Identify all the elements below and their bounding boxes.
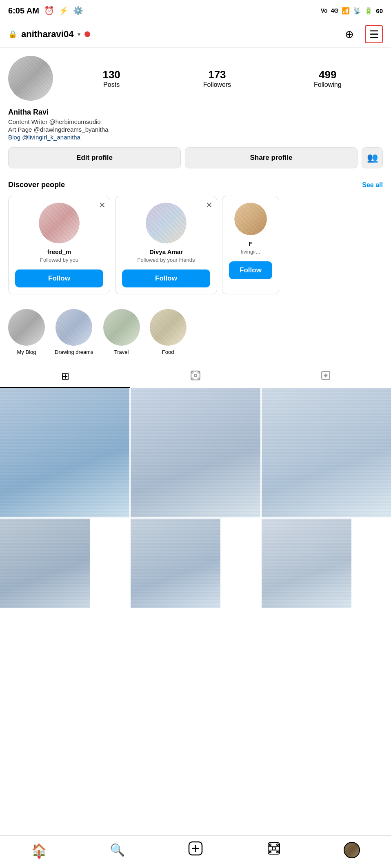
card-sub-1: Followed by you [40, 257, 78, 264]
discover-header: Discover people See all [8, 181, 383, 189]
avatar-image [8, 56, 53, 101]
discover-title: Discover people [8, 181, 65, 189]
grid-icon: ⊞ [61, 371, 69, 382]
battery-icon: 🔋 [364, 7, 373, 15]
share-profile-button[interactable]: Share profile [185, 147, 358, 168]
card-name-3[interactable]: F [249, 240, 252, 247]
battery-level: 60 [376, 7, 383, 14]
highlight-2[interactable]: Drawing dreams [55, 309, 93, 355]
discover-section: Discover people See all ✕ freed_m Follow… [0, 181, 391, 303]
followers-stat[interactable]: 173 Followers [203, 68, 231, 88]
card-avatar-2 [146, 203, 187, 243]
highlight-label-1: My Blog [17, 349, 36, 355]
post-item-4[interactable] [0, 519, 90, 608]
highlight-4[interactable]: Food [150, 309, 187, 355]
add-nav-icon [188, 841, 203, 859]
avatar[interactable] [8, 56, 53, 101]
svg-point-12 [272, 847, 275, 850]
card-sub-2: Followed by your friends [138, 257, 195, 264]
card-sub-3: livingir... [241, 249, 260, 256]
add-icon: ⊕ [345, 28, 354, 41]
bio-line-2: Art Page @drawingdreams_byanitha [8, 126, 383, 133]
menu-button[interactable]: ☰ [365, 25, 383, 43]
status-right-icons: Vo 4G 📶 📡 🔋 60 [321, 7, 383, 15]
discover-card-3: F livingir... Follow [222, 196, 279, 294]
close-card-1-button[interactable]: ✕ [99, 200, 106, 210]
status-bar: 6:05 AM ⏰ ⚡ ⚙️ Vo 4G 📶 📡 🔋 60 [0, 0, 391, 21]
follow-button-3[interactable]: Follow [229, 261, 272, 279]
reels-nav-icon [267, 842, 280, 858]
reels-nav-button[interactable] [262, 840, 286, 860]
edit-profile-button[interactable]: Edit profile [8, 147, 181, 168]
highlight-3[interactable]: Travel [103, 309, 140, 355]
svg-point-2 [192, 372, 193, 373]
post-item-6[interactable] [262, 519, 351, 608]
content-tabs: ⊞ [0, 366, 391, 388]
profile-nav-button[interactable] [340, 840, 364, 860]
post-item-1[interactable] [0, 388, 129, 517]
add-friend-button[interactable]: 👥 [362, 147, 383, 168]
following-stat[interactable]: 499 Following [314, 68, 342, 88]
bio-line-3[interactable]: Blog @livingirl_k_ananitha [8, 134, 383, 141]
username-text[interactable]: anitharavi04 [21, 29, 73, 40]
profile-info-row: 130 Posts 173 Followers 499 Following [8, 56, 383, 101]
nav-left: 🔒 anitharavi04 ▾ [8, 29, 90, 40]
posts-stat[interactable]: 130 Posts [102, 68, 120, 88]
followers-count: 173 [208, 68, 226, 81]
card-name-2[interactable]: Divya Amar [149, 248, 183, 255]
network-icon: 4G [331, 7, 339, 14]
status-time-area: 6:05 AM ⏰ ⚡ ⚙️ [8, 6, 83, 15]
card-name-1[interactable]: freed_m [47, 248, 71, 255]
signal-icon: 📶 [342, 7, 350, 15]
svg-point-3 [198, 372, 199, 373]
post-item-3[interactable] [262, 388, 391, 517]
wifi-icon: 📡 [353, 7, 361, 15]
svg-point-5 [198, 378, 199, 379]
tab-reels[interactable] [130, 366, 260, 388]
add-friend-icon: 👥 [367, 152, 378, 163]
tab-tagged[interactable] [261, 366, 391, 388]
home-nav-button[interactable]: 🏠 [27, 840, 51, 860]
highlight-1[interactable]: My Blog [8, 309, 45, 355]
highlight-label-2: Drawing dreams [55, 349, 93, 355]
tagged-icon [320, 370, 331, 383]
following-label: Following [314, 81, 342, 88]
highlight-avatar-3 [103, 309, 140, 346]
bio-line-1: Content Writer @herbimeumsudio [8, 118, 383, 125]
alarm-icon: ⏰ [44, 6, 54, 15]
reels-icon [190, 370, 201, 383]
follow-button-2[interactable]: Follow [122, 269, 210, 287]
close-card-2-button[interactable]: ✕ [206, 200, 213, 210]
home-icon: 🏠 [31, 843, 47, 857]
svg-point-16 [277, 851, 278, 853]
hamburger-icon: ☰ [369, 28, 379, 41]
post-item-2[interactable] [131, 388, 260, 517]
profile-stats: 130 Posts 173 Followers 499 Following [61, 68, 383, 88]
svg-point-14 [277, 844, 278, 846]
home-notification-dot [38, 856, 40, 859]
post-item-5[interactable] [131, 519, 220, 608]
follow-button-1[interactable]: Follow [15, 269, 103, 287]
following-count: 499 [319, 68, 336, 81]
see-all-link[interactable]: See all [362, 181, 383, 189]
svg-point-13 [269, 844, 271, 846]
add-nav-button[interactable] [183, 840, 208, 860]
posts-grid [0, 388, 391, 608]
highlight-avatar-2 [56, 309, 92, 346]
followers-label: Followers [203, 81, 231, 88]
tab-grid[interactable]: ⊞ [0, 366, 130, 388]
card-avatar-3 [234, 203, 267, 235]
add-post-button[interactable]: ⊕ [340, 25, 358, 43]
highlights-section: My Blog Drawing dreams Travel Food [0, 303, 391, 362]
activity-icon: ⚡ [59, 6, 68, 15]
chevron-down-icon[interactable]: ▾ [78, 31, 80, 38]
svg-point-4 [192, 378, 193, 379]
nav-right: ⊕ ☰ [340, 25, 383, 43]
lock-icon: 🔒 [8, 30, 17, 39]
settings-icon: ⚙️ [73, 6, 83, 15]
discover-card-2: ✕ Divya Amar Followed by your friends Fo… [115, 196, 217, 294]
top-nav: 🔒 anitharavi04 ▾ ⊕ ☰ [0, 21, 391, 48]
bio-section: Anitha Ravi Content Writer @herbimeumsud… [8, 108, 383, 141]
search-nav-button[interactable]: 🔍 [105, 840, 129, 860]
svg-point-1 [194, 374, 197, 377]
